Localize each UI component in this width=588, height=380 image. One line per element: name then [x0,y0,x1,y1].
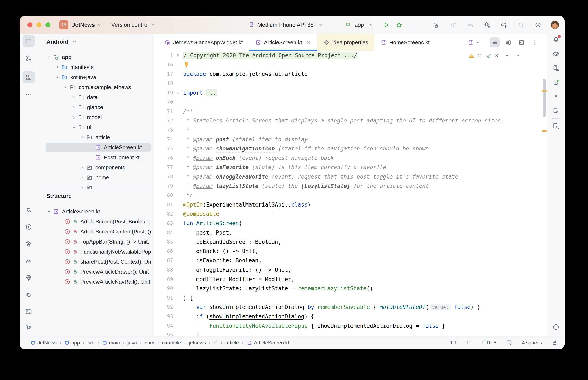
running-devices-icon[interactable] [550,76,562,88]
chevron-right-icon[interactable] [54,64,61,70]
warning-stripe-mark[interactable] [542,90,547,92]
breadcrumb-item-articlescreen-kt[interactable]: ArticleScreen.kt [247,340,289,346]
tree-item-manifests[interactable]: manifests [38,62,154,72]
fold-marker-icon[interactable] [173,91,183,95]
breadcrumb-item-com[interactable]: com [145,340,154,346]
code-line-73[interactable]: 73 * [154,125,547,135]
code-line-72[interactable]: 72 * Stateless Article Screen that displ… [154,116,547,125]
warning-stripe-mark[interactable] [542,131,547,132]
project-view-selector[interactable]: Android [46,37,77,47]
fold-marker-icon[interactable] [173,53,183,57]
chevron-down-icon[interactable] [71,124,78,131]
structure-function[interactable]: fFunctionalityNotAvailablePop [38,247,154,257]
chevron-right-icon[interactable] [79,164,86,171]
code-editor[interactable]: 1/ Copyright 2020 The Android Open Sourc… [154,51,547,336]
notifications-icon[interactable] [550,34,562,46]
tree-item-data[interactable]: data [38,92,154,102]
tree-item-com-example-jetnews[interactable]: com.example.jetnews [38,82,154,92]
app-inspection-icon[interactable] [23,204,35,216]
attach-debugger-icon[interactable] [482,20,492,30]
breadcrumb-item-main[interactable]: main [102,340,120,346]
code-line-82[interactable]: 82@Composable [154,209,547,219]
breadcrumb-item-jetnews[interactable]: jetnews [189,340,206,346]
more-tool-windows-icon[interactable] [23,88,35,100]
code-line-79[interactable]: 79 * @param lazyListState (state) the [L… [154,181,547,191]
editor-view-mode-split-icon[interactable] [503,38,513,47]
indent-setting[interactable]: 4 spaces [522,340,542,346]
close-button[interactable] [27,22,32,27]
scrollbar-thumb[interactable] [543,79,546,117]
undo-stack-icon[interactable] [465,20,475,30]
chevron-right-icon[interactable] [71,114,78,121]
code-line-77[interactable]: 77 * @param isFavorite (state) is this i… [154,163,547,172]
services-icon[interactable] [23,221,35,233]
code-line-75[interactable]: 75 * @param showNavigationIcon (state) i… [154,144,547,153]
panel-divider[interactable] [38,189,154,189]
project-folder-icon[interactable] [23,35,35,47]
tab-jetnewsglanceappwidget-kt[interactable]: JetnewsGlanceAppWidget.kt [158,34,249,51]
code-line-84[interactable]: 84 post: Post, [154,228,547,237]
code-line-18[interactable]: 18 [154,79,547,88]
chevron-right-icon[interactable] [79,174,86,181]
code-line-16[interactable]: 16 [154,60,547,70]
tree-item-home[interactable]: home [38,172,154,183]
close-icon[interactable] [306,40,311,45]
breadcrumb-item-ui[interactable]: ui [214,340,218,346]
debug-button[interactable] [394,20,404,30]
version-control-icon[interactable] [23,322,35,334]
tree-item-article[interactable]: article [38,132,154,142]
code-line-89[interactable]: 89 modifier: Modifier = Modifier, [154,274,547,284]
tree-item-ui[interactable]: ui [38,122,154,132]
run-configuration-selector[interactable]: app [354,22,364,28]
tree-item-kotlin-java[interactable]: kotlin+java [38,72,154,82]
logcat-icon[interactable] [23,289,35,301]
device-manager-icon[interactable] [550,62,562,74]
tree-item-articlescreen-kt[interactable]: ArticleScreen.kt [38,142,154,152]
tab-articlescreen-kt[interactable]: ArticleScreen.kt [249,34,317,51]
editor-view-mode-preview-icon[interactable] [516,38,527,47]
project-name-menu[interactable]: JetNews [72,22,95,28]
code-line-76[interactable]: 76 * @param onBack (event) request navig… [154,153,547,163]
build-hammer-icon[interactable] [431,20,441,30]
chevron-right-icon[interactable] [71,104,78,111]
resource-manager-icon[interactable] [23,52,35,64]
search-icon[interactable] [516,20,526,30]
chevron-down-icon[interactable] [62,84,69,91]
device-explorer-icon[interactable] [550,120,562,132]
chevron-down-icon[interactable] [46,54,52,60]
profiler-icon[interactable] [23,255,35,267]
event-log-icon[interactable] [506,340,512,346]
device-selector[interactable]: Medium Phone API 35 [248,16,323,34]
gradle-sync-icon[interactable] [499,20,509,30]
code-line-83[interactable]: 83fun ArticleScreen( [154,219,547,228]
code-line-71[interactable]: 71/** [154,107,547,116]
tab-homescreens-kt[interactable]: HomeScreens.kt [374,34,436,51]
editor-options-kebab-icon[interactable] [530,38,540,47]
structure-squares-icon[interactable] [23,71,35,83]
tree-item-app[interactable]: app [38,52,154,62]
line-separator[interactable]: LF [467,340,472,346]
redo-ai-icon[interactable] [448,20,458,30]
minimize-button[interactable] [36,22,41,27]
code-line-95[interactable]: 95 } [154,330,547,336]
settings-gear-icon[interactable] [533,20,543,30]
chevron-right-icon[interactable] [71,94,78,100]
code-line-92[interactable]: 92 var showUnimplementedActionDialog by … [154,303,547,312]
next-problem-chevron-down-icon[interactable] [515,53,521,58]
hidden-tabs-dropdown[interactable] [468,39,480,45]
gradle-icon[interactable] [550,48,562,60]
zoom-button[interactable] [45,22,50,27]
code-line-81[interactable]: 81@OptIn(ExperimentalMaterial3Api::class… [154,200,547,209]
structure-function[interactable]: fArticleScreen(Post, Boolean, [38,217,154,227]
code-line-86[interactable]: 86 onBack: () -> Unit, [154,247,547,256]
gemini-icon[interactable] [550,91,562,103]
code-line-87[interactable]: 87 isFavorite: Boolean, [154,256,547,265]
code-line-74[interactable]: 74 * @param post (state) item to display [154,135,547,144]
structure-function[interactable]: fPreviewArticleDrawer(): Unit [38,267,154,277]
code-line-90[interactable]: 90 lazyListState: LazyListState = rememb… [154,284,547,293]
tree-item-components[interactable]: components [38,162,154,172]
code-line-17[interactable]: 17package com.example.jetnews.ui.article [154,69,547,79]
problems-icon[interactable] [550,321,562,333]
tree-item[interactable] [38,183,154,189]
code-line-88[interactable]: 88 onToggleFavorite: () -> Unit, [154,265,547,275]
